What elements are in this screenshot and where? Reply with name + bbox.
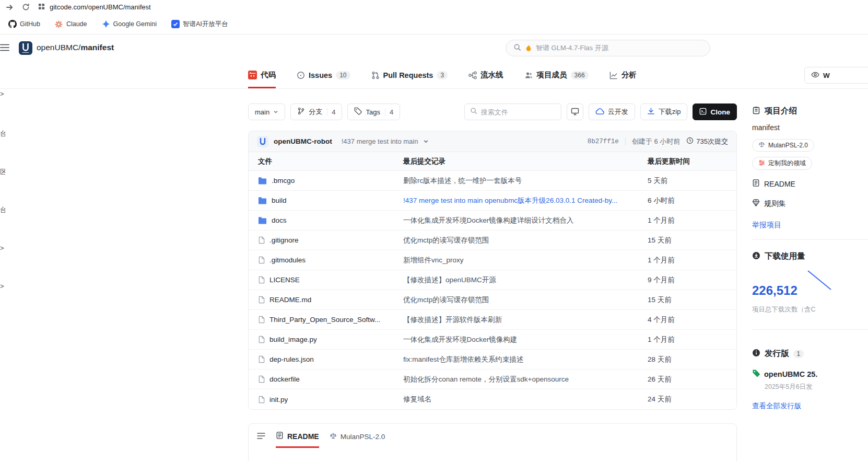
search-hot-text: 智谱 GLM-4.7-Flas 开源 (536, 43, 608, 53)
table-row[interactable]: dep-rules.jsonfix:manifest仓库新增依赖关系约束描述28… (249, 350, 736, 370)
watch-button[interactable]: W (804, 67, 868, 84)
branches-button[interactable]: 分支 4 (290, 103, 342, 120)
scale-icon (330, 432, 337, 441)
repo-owner[interactable]: openUBMC/ (37, 43, 80, 52)
file-name[interactable]: dockerfile (269, 375, 300, 383)
commit-message[interactable]: 优化mctp的读写缓存锁范围 (403, 236, 648, 245)
openubmc-logo[interactable] (19, 41, 32, 55)
commit-count[interactable]: 735次提交 (686, 137, 728, 146)
tag-icon (354, 107, 362, 117)
clone-button[interactable]: Clone (693, 103, 737, 120)
repo-name[interactable]: manifest (80, 43, 114, 52)
file-name[interactable]: README.md (269, 296, 311, 304)
tab-license[interactable]: MulanPSL-2.0 (330, 431, 385, 441)
web-ide-button[interactable] (567, 103, 583, 120)
update-time: 1 个月前 (648, 335, 727, 344)
file-icon (258, 355, 265, 363)
file-name[interactable]: .gitmodules (269, 256, 306, 264)
table-row[interactable]: docs一体化集成开发环境Docker镜像构建详细设计文档合入1 个月前 (249, 211, 736, 230)
file-icon (258, 236, 265, 244)
table-row[interactable]: .gitignore优化mctp的读写缓存锁范围15 天前 (249, 230, 736, 250)
branch-selector[interactable]: main (248, 103, 285, 120)
file-name[interactable]: .bmcgo (272, 177, 295, 185)
bookmark-label: GitHub (20, 20, 40, 28)
custom-domain-badge[interactable]: 定制我的领域 (752, 157, 812, 170)
commit-message[interactable]: 删除rc版本描述，统一维护一套版本号 (403, 176, 648, 186)
global-search[interactable]: 智谱 GLM-4.7-Flas 开源 (506, 40, 710, 56)
file-name[interactable]: .gitignore (269, 236, 299, 244)
ruleset-icon (752, 199, 760, 209)
file-name[interactable]: LICENSE (269, 276, 300, 284)
file-name[interactable]: dep-rules.json (269, 355, 314, 363)
file-search[interactable] (464, 103, 561, 120)
table-row[interactable]: .gitmodules新增组件vnc_proxy1 个月前 (249, 250, 736, 270)
table-row[interactable]: .bmcgo删除rc版本描述，统一维护一套版本号5 天前 (249, 171, 736, 191)
forward-arrow-icon[interactable] (5, 3, 14, 11)
bookmark-label: 智谱AI开放平台 (183, 20, 228, 29)
bookmark-item[interactable]: Google Gemini (102, 20, 157, 28)
file-search-input[interactable] (481, 108, 556, 116)
file-name[interactable]: init.py (269, 396, 288, 404)
table-row[interactable]: LICENSE【修改描述】openUBMC开源9 个月前 (249, 270, 736, 290)
sliders-icon (758, 159, 765, 168)
commit-message[interactable]: 【修改描述】开源软件版本刷新 (403, 315, 648, 325)
downloads-sparkline (807, 269, 832, 293)
table-row[interactable]: init.py修复域名24 天前 (249, 389, 736, 409)
commit-message[interactable]: 优化mctp的读写缓存锁范围 (403, 295, 648, 305)
commit-message[interactable]: !437 merge test into main openubmc版本升级26… (403, 196, 648, 205)
list-icon[interactable] (257, 431, 265, 442)
chevron-down-icon[interactable] (423, 139, 429, 144)
url-text[interactable]: gitcode.com/openUBMC/manifest (50, 3, 151, 11)
table-row[interactable]: dockerfile初始化拆分conan remote，分别设置sdk+open… (249, 370, 736, 389)
tab-issue[interactable]: Issues10 (297, 62, 350, 88)
commit-message[interactable]: fix:manifest仓库新增依赖关系约束描述 (403, 355, 648, 364)
tab-pr[interactable]: Pull Requests3 (371, 62, 448, 88)
tab-members[interactable]: 项目成员366 (524, 62, 589, 88)
commit-message[interactable]: 新增组件vnc_proxy (403, 256, 648, 265)
release-item[interactable]: openUBMC 25. (752, 369, 817, 379)
commit-message[interactable]: 修复域名 (403, 395, 648, 404)
menu-icon[interactable] (0, 44, 9, 51)
commit-message-link[interactable]: !437 merge test into main (342, 137, 418, 145)
site-header: openUBMC/manifest 智谱 GLM-4.7-Flas 开源 (0, 34, 868, 62)
commit-author-avatar[interactable] (257, 136, 268, 147)
tab-pipeline[interactable]: 流水线 (468, 62, 503, 88)
cloud-dev-button[interactable]: 云开发 (589, 103, 635, 120)
sidebar-rules-link[interactable]: 规则集 (752, 199, 786, 209)
commit-hash[interactable]: 8b27ff1e (588, 138, 619, 145)
tab-readme[interactable]: README (276, 431, 319, 448)
download-zip-button[interactable]: 下载zip (640, 103, 688, 120)
bookmark-item[interactable]: GitHub (8, 20, 40, 28)
file-name[interactable]: docs (272, 216, 287, 224)
reload-icon[interactable] (22, 3, 30, 11)
address-bar[interactable]: gitcode.com/openUBMC/manifest (38, 3, 151, 11)
table-row[interactable]: Third_Party_Open_Source_Softw...【修改描述】开源… (249, 310, 736, 330)
commit-message[interactable]: 一体化集成开发环境Docker镜像构建详细设计文档合入 (403, 216, 648, 225)
commit-message[interactable]: 一体化集成开发环境Docker镜像构建 (403, 335, 648, 344)
col-header-commit: 最后提交记录 (403, 157, 648, 166)
commit-author-name[interactable]: openUBMC-robot (274, 137, 332, 145)
report-project-link[interactable]: 举报项目 (752, 221, 781, 230)
view-all-releases-link[interactable]: 查看全部发行版 (752, 401, 802, 411)
commit-message[interactable]: 初始化拆分conan remote，分别设置sdk+opensource (403, 375, 648, 384)
tags-button[interactable]: Tags 4 (347, 103, 400, 120)
bookmark-item[interactable]: Claude (55, 20, 87, 28)
code-tab-icon (248, 71, 257, 79)
license-badge[interactable]: MulanPSL-2.0 (752, 139, 814, 152)
update-time: 24 天前 (648, 395, 727, 404)
left-edge-fragment: > (0, 244, 5, 252)
table-row[interactable]: README.md优化mctp的读写缓存锁范围15 天前 (249, 290, 736, 310)
file-name[interactable]: build_image.py (269, 336, 317, 343)
commit-message[interactable]: 【修改描述】openUBMC开源 (403, 275, 648, 285)
bookmark-item[interactable]: 智谱AI开放平台 (171, 20, 228, 29)
sidebar-readme-link[interactable]: README (752, 179, 795, 189)
file-name[interactable]: Third_Party_Open_Source_Softw... (269, 316, 380, 324)
update-time: 6 小时前 (648, 196, 727, 205)
table-row[interactable]: build!437 merge test into main openubmc版… (249, 191, 736, 211)
tab-chart[interactable]: 分析 (609, 62, 637, 88)
tab-code[interactable]: 代码 (248, 62, 276, 88)
commit-meta: 8b27ff1e 创建于 6 小时前 735次提交 (588, 137, 728, 146)
table-row[interactable]: build_image.py一体化集成开发环境Docker镜像构建1 个月前 (249, 330, 736, 350)
file-name[interactable]: build (272, 197, 287, 204)
site-info-icon[interactable] (38, 3, 45, 11)
